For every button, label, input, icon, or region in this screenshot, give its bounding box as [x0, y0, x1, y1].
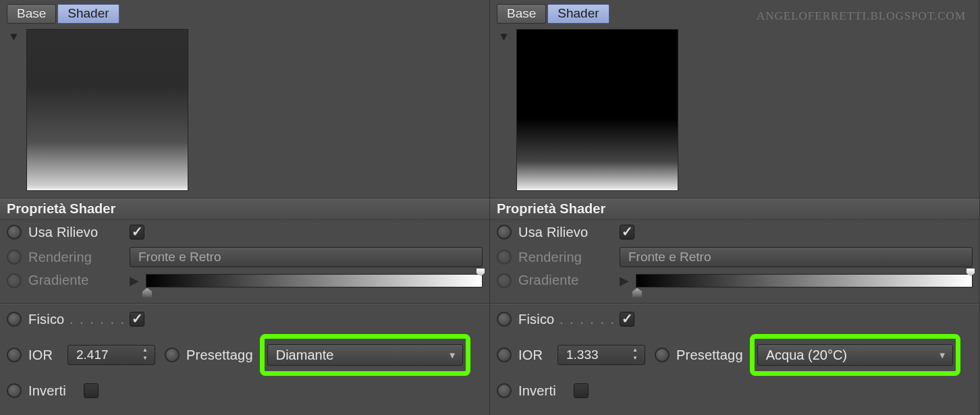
radio-ior[interactable] [497, 348, 512, 362]
checkbox-inverti[interactable] [84, 383, 99, 398]
label-gradiente: Gradiente [28, 273, 123, 288]
dropdown-caret-icon: ▼ [448, 350, 457, 360]
radio-inverti[interactable] [497, 383, 512, 398]
gradient-bar[interactable] [146, 274, 483, 287]
gradient-stop-black[interactable] [142, 288, 152, 298]
select-rendering-value: Fronte e Retro [138, 250, 221, 265]
select-rendering-value: Fronte e Retro [628, 250, 711, 265]
gradient-stop-white[interactable] [967, 269, 975, 277]
label-inverti: Inverti [518, 383, 567, 399]
expand-gradiente-icon[interactable]: ▶ [130, 273, 139, 288]
dropdown-caret-icon: ▼ [938, 350, 947, 360]
tab-shader[interactable]: Shader [547, 4, 609, 24]
select-preset-value: Acqua (20°C) [766, 348, 847, 363]
radio-presettagg[interactable] [655, 348, 670, 362]
radio-presettagg[interactable] [165, 348, 180, 362]
gradient-bar[interactable] [636, 274, 973, 287]
checkbox-fisico[interactable] [130, 312, 144, 327]
radio-fisico[interactable] [497, 312, 512, 327]
tab-base[interactable]: Base [497, 4, 546, 24]
radio-rendering[interactable] [7, 250, 22, 265]
select-rendering[interactable]: Fronte e Retro [130, 247, 483, 267]
radio-usa-rilievo[interactable] [7, 225, 22, 240]
input-ior[interactable]: 2.417 ▲▼ [67, 345, 155, 365]
checkbox-usa-rilievo[interactable] [130, 225, 144, 240]
expand-gradiente-icon[interactable]: ▶ [620, 273, 629, 288]
shader-panel-right: ANGELOFERRETTI.BLOGSPOT.COM Base Shader … [490, 0, 980, 415]
highlight-preset: Diamante ▼ [260, 334, 470, 376]
label-usa-rilievo: Usa Rilievo [518, 225, 613, 240]
spinner-down-icon[interactable]: ▼ [632, 355, 642, 362]
highlight-preset: Acqua (20°C) ▼ [750, 334, 960, 376]
select-preset-value: Diamante [276, 348, 334, 363]
checkbox-inverti[interactable] [574, 383, 589, 398]
label-fisico: Fisico [518, 312, 613, 327]
label-usa-rilievo: Usa Rilievo [28, 225, 123, 240]
collapse-icon[interactable]: ▼ [498, 30, 510, 44]
radio-rendering[interactable] [497, 250, 512, 265]
spinner-up-icon[interactable]: ▲ [632, 347, 642, 354]
label-ior: IOR [28, 348, 61, 363]
shader-preview [516, 29, 678, 191]
label-presettagg: Presettagg [676, 348, 743, 363]
spinner-down-icon[interactable]: ▼ [142, 355, 152, 362]
spinner-up-icon[interactable]: ▲ [142, 347, 152, 354]
label-gradiente: Gradiente [518, 273, 613, 288]
label-rendering: Rendering [28, 250, 123, 265]
separator [0, 303, 489, 304]
tab-shader[interactable]: Shader [57, 4, 119, 24]
radio-gradiente[interactable] [7, 273, 22, 288]
radio-inverti[interactable] [7, 383, 22, 398]
input-ior-value: 1.333 [566, 348, 599, 362]
section-title: Proprietà Shader [0, 198, 489, 220]
label-inverti: Inverti [28, 383, 77, 399]
gradient-stop-white[interactable] [477, 269, 485, 277]
label-ior: IOR [518, 348, 551, 363]
shader-preview [26, 29, 188, 191]
radio-ior[interactable] [7, 348, 22, 362]
watermark: ANGELOFERRETTI.BLOGSPOT.COM [757, 9, 966, 23]
gradient-stop-black[interactable] [632, 288, 642, 298]
section-title: Proprietà Shader [490, 198, 979, 220]
select-rendering[interactable]: Fronte e Retro [620, 247, 973, 267]
label-rendering: Rendering [518, 250, 613, 265]
shader-panel-left: Base Shader ▼ Proprietà Shader Usa Rilie… [0, 0, 490, 415]
tabbar: Base Shader [0, 0, 489, 26]
radio-usa-rilievo[interactable] [497, 225, 512, 240]
tab-base[interactable]: Base [7, 4, 56, 24]
input-ior[interactable]: 1.333 ▲▼ [557, 345, 645, 365]
checkbox-fisico[interactable] [620, 312, 634, 327]
select-preset[interactable]: Diamante ▼ [267, 344, 463, 366]
select-preset[interactable]: Acqua (20°C) ▼ [757, 344, 953, 366]
label-presettagg: Presettagg [186, 348, 253, 363]
separator [490, 303, 979, 304]
radio-fisico[interactable] [7, 312, 22, 327]
input-ior-value: 2.417 [76, 348, 109, 362]
label-fisico: Fisico [28, 312, 123, 327]
radio-gradiente[interactable] [497, 273, 512, 288]
collapse-icon[interactable]: ▼ [8, 30, 20, 44]
checkbox-usa-rilievo[interactable] [620, 225, 634, 240]
